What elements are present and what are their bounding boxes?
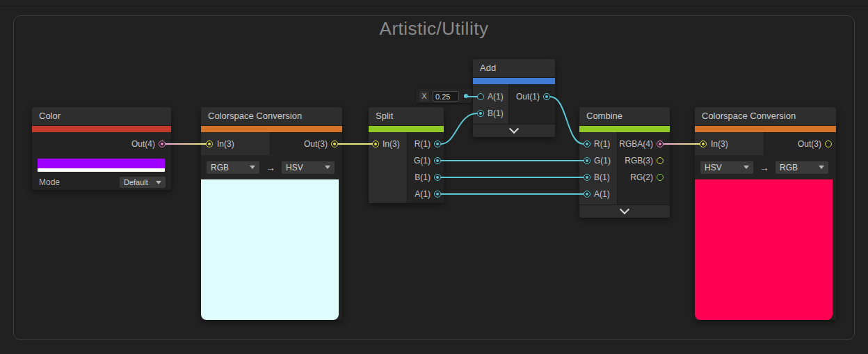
node-color-accent-bar	[32, 126, 171, 132]
colorspace-from-dropdown[interactable]: RGB	[207, 161, 259, 174]
colorspace-to-value: HSV	[286, 163, 303, 172]
port-combine-a[interactable]	[584, 191, 590, 198]
port-label-combine-g: G(1)	[594, 156, 611, 166]
colorspace-from-value-right: HSV	[705, 163, 722, 172]
node-colorspace-conversion-right[interactable]: Colorspace Conversion In(3) Out(3) HSV →…	[695, 107, 836, 320]
color-swatch-field[interactable]	[38, 159, 165, 172]
chevron-down-icon	[156, 181, 161, 184]
port-label-combine-rgba: RGBA(4)	[619, 139, 653, 149]
port-label-add-out: Out(1)	[516, 92, 540, 102]
port-colorspace-left-out[interactable]	[331, 140, 338, 147]
port-combine-rgb[interactable]	[657, 157, 664, 164]
port-label-combine-rgb: RGB(3)	[625, 156, 653, 166]
graph-title: Artistic/Utility	[0, 18, 868, 40]
node-add[interactable]: Add A(1) B(1) Out(1)	[473, 59, 555, 137]
node-colorspace-left-title[interactable]: Colorspace Conversion	[201, 107, 342, 126]
node-color-title[interactable]: Color	[32, 107, 171, 126]
colorspace-to-value-right: RGB	[780, 163, 798, 172]
port-label-out3-right: Out(3)	[798, 139, 821, 149]
node-combine-title[interactable]: Combine	[579, 107, 670, 126]
port-label-combine-a: A(1)	[594, 189, 610, 199]
port-label-combine-b: B(1)	[594, 172, 610, 182]
port-split-in[interactable]	[372, 140, 379, 147]
node-split[interactable]: Split In(3) R(1) G(1) B(1) A(1)	[369, 107, 444, 203]
node-colorspace-conversion-left[interactable]: Colorspace Conversion In(3) Out(3) RGB →…	[201, 107, 342, 320]
chevron-down-icon	[620, 204, 629, 214]
port-split-r[interactable]	[434, 140, 441, 147]
chevron-down-icon	[744, 166, 749, 169]
port-label-add-a: A(1)	[488, 92, 504, 102]
node-add-collapse-button[interactable]	[473, 124, 555, 137]
chevron-down-icon	[325, 166, 330, 169]
node-add-accent-bar	[473, 78, 555, 84]
port-label-in3-right: In(3)	[711, 139, 728, 149]
node-preview	[695, 179, 833, 320]
node-colorspace-right-accent-bar	[695, 126, 836, 132]
default-value-connector-dot	[464, 94, 468, 98]
port-combine-r[interactable]	[584, 140, 590, 147]
port-label-split-r: R(1)	[415, 139, 431, 149]
port-color-out[interactable]	[159, 140, 166, 147]
arrow-right-icon: →	[760, 163, 769, 172]
node-colorspace-right-title[interactable]: Colorspace Conversion	[695, 107, 836, 126]
port-split-a[interactable]	[434, 191, 441, 198]
port-split-g[interactable]	[434, 157, 441, 164]
node-combine-accent-bar	[579, 126, 670, 132]
port-split-b[interactable]	[434, 174, 441, 181]
port-add-b[interactable]	[477, 110, 484, 117]
port-colorspace-right-out[interactable]	[825, 140, 832, 147]
port-label-split-a: A(1)	[415, 189, 431, 199]
chevron-down-icon	[819, 166, 824, 169]
node-preview	[201, 179, 339, 320]
port-colorspace-left-in[interactable]	[206, 140, 213, 147]
port-combine-b[interactable]	[584, 174, 590, 181]
node-split-accent-bar	[369, 126, 444, 132]
mode-label: Mode	[39, 177, 120, 187]
color-swatch-alpha-strip	[38, 168, 165, 172]
port-label-in3: In(3)	[217, 139, 234, 149]
x-component-label: X	[419, 91, 429, 102]
port-label-split-in: In(3)	[383, 139, 400, 149]
port-add-out[interactable]	[543, 93, 550, 100]
port-label-combine-rg: RG(2)	[630, 172, 653, 182]
add-a-default-value-widget: X 0.25	[416, 89, 472, 103]
port-add-a[interactable]	[477, 93, 484, 100]
arrow-right-icon: →	[266, 163, 275, 172]
x-value-field[interactable]: 0.25	[433, 91, 459, 102]
chevron-down-icon	[250, 166, 255, 169]
colorspace-to-dropdown[interactable]: HSV	[282, 161, 335, 174]
port-combine-rg[interactable]	[657, 174, 664, 181]
colorspace-from-dropdown-right[interactable]: HSV	[700, 161, 753, 174]
colorspace-to-dropdown-right[interactable]: RGB	[775, 161, 828, 174]
port-label-out4: Out(4)	[131, 139, 155, 149]
mode-dropdown[interactable]: Default	[120, 177, 166, 188]
port-colorspace-right-in[interactable]	[700, 140, 707, 147]
port-label-out3: Out(3)	[304, 139, 328, 149]
node-split-title[interactable]: Split	[369, 107, 444, 126]
node-combine[interactable]: Combine R(1) G(1) B(1) A(1) RGBA(4)	[579, 107, 670, 218]
port-label-split-b: B(1)	[415, 172, 431, 182]
colorspace-from-value: RGB	[211, 163, 229, 172]
window-top-divider	[0, 6, 868, 6]
chevron-down-icon	[509, 124, 519, 134]
port-label-add-b: B(1)	[488, 108, 504, 118]
color-swatch-value	[38, 159, 165, 168]
port-label-combine-r: R(1)	[594, 139, 610, 149]
node-colorspace-left-accent-bar	[201, 126, 342, 132]
node-add-title[interactable]: Add	[473, 59, 555, 78]
node-color[interactable]: Color Out(4) Mode Default	[32, 107, 171, 190]
port-label-split-g: G(1)	[414, 156, 431, 166]
mode-dropdown-value: Default	[124, 178, 148, 186]
node-combine-collapse-button[interactable]	[579, 204, 670, 218]
port-combine-g[interactable]	[584, 157, 590, 164]
port-combine-rgba[interactable]	[657, 140, 664, 147]
